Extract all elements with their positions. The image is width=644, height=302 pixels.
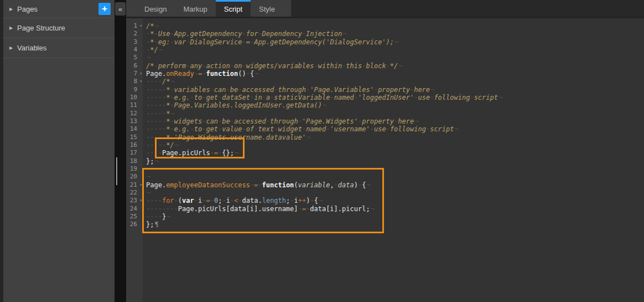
left-panel: ▶ Pages + ▶ Page Structure ▶ Variables <box>0 0 115 302</box>
code-line[interactable]: ·····*/¬ <box>146 141 644 149</box>
code-line[interactable]: ¬ <box>146 173 644 181</box>
line-number[interactable]: 15 <box>126 134 143 141</box>
line-number[interactable]: 5 <box>126 54 143 62</box>
sidebar-item-page-structure[interactable]: ▶ Page Structure <box>3 18 115 38</box>
tab-markup[interactable]: Markup <box>175 0 215 17</box>
eof-marker: ¶ <box>154 221 158 228</box>
tab-script[interactable]: Script <box>216 0 251 17</box>
code-line[interactable]: ····for·(var·i·=·0;·i·<·data.length;·i++… <box>146 197 644 204</box>
sidebar-item-label: Page Structure <box>13 24 65 32</box>
eol-marker: ¬ <box>318 197 323 204</box>
expand-arrow-icon[interactable]: ▶ <box>3 25 13 30</box>
code-line[interactable]: ¬ <box>146 189 644 197</box>
eol-marker: ¬ <box>414 117 418 125</box>
code-line[interactable]: ¬ <box>146 165 644 173</box>
code-line[interactable]: ····/*¬ <box>146 78 644 85</box>
eol-marker: ¬ <box>306 134 310 141</box>
code-line[interactable]: ·····*¬ <box>146 110 644 117</box>
code-line[interactable]: ·····*·'Page.Widgets.username.datavalue'… <box>146 134 644 141</box>
eol-marker: ¬ <box>366 181 370 189</box>
editor-tabs: Design Markup Script Style <box>126 0 291 17</box>
line-number[interactable]: 8▾ <box>126 78 143 85</box>
line-number[interactable]: 18 <box>126 157 143 165</box>
tab-design[interactable]: Design <box>136 0 175 17</box>
eol-marker: ¬ <box>430 86 434 94</box>
editor-gutter: 1▾234567▾8▾9101112131415161718192021▾222… <box>126 18 143 302</box>
line-number[interactable]: 6 <box>126 62 143 70</box>
fold-arrow-icon[interactable]: ▾ <box>137 78 142 85</box>
code-line[interactable]: ·*·eg:·var·DialogService·=·App.getDepend… <box>146 38 644 46</box>
scrollbar-thumb[interactable] <box>116 157 117 185</box>
code-line[interactable]: ········Page.picUrls[data[i].username]·=… <box>146 205 644 213</box>
eol-marker: ¬ <box>158 46 163 54</box>
code-line[interactable]: Page.onReady·=·function()·{¬ <box>146 70 644 78</box>
code-line[interactable]: ·····*·e.g.·to·get·dataSet·in·a·staticVa… <box>146 94 644 101</box>
line-number[interactable]: 25 <box>126 213 143 221</box>
expand-arrow-icon[interactable]: ▶ <box>3 45 13 50</box>
line-number[interactable]: 4 <box>126 46 143 54</box>
line-number[interactable]: 20 <box>126 173 143 181</box>
line-number[interactable]: 22 <box>126 189 143 197</box>
collapse-panel-button[interactable]: « <box>115 2 126 16</box>
fold-arrow-icon[interactable]: ▾ <box>137 22 142 30</box>
add-page-button[interactable]: + <box>98 3 111 15</box>
line-number[interactable]: 11 <box>126 101 143 109</box>
eol-marker: ¬ <box>174 141 179 149</box>
code-content[interactable]: /*¬·*·Use·App.getDependency·for·Dependen… <box>143 18 644 302</box>
eol-marker: ¬ <box>398 62 402 70</box>
fold-arrow-icon[interactable]: ▾ <box>137 181 142 189</box>
code-line[interactable]: };¬ <box>146 157 644 165</box>
eol-marker: ¬ <box>342 30 346 38</box>
fold-arrow-icon[interactable]: ▾ <box>137 197 142 204</box>
code-line[interactable]: ·*/¬ <box>146 46 644 54</box>
code-line[interactable]: };¶ <box>146 221 644 228</box>
code-line[interactable]: ·*·Use·App.getDependency·for·Dependency·… <box>146 30 644 38</box>
line-number[interactable]: 23▾ <box>126 197 143 204</box>
eol-marker: ¬ <box>370 205 375 213</box>
code-line[interactable]: ····Page.picUrls·=·{};¬ <box>146 149 644 157</box>
eol-marker: ¬ <box>454 125 459 133</box>
eol-marker: ¬ <box>254 70 258 78</box>
line-number[interactable]: 21▾ <box>126 181 143 189</box>
code-line[interactable]: /*·perform·any·action·on·widgets/variabl… <box>146 62 644 70</box>
line-number[interactable]: 10 <box>126 94 143 101</box>
line-number[interactable]: 7▾ <box>126 70 143 78</box>
tab-style[interactable]: Style <box>251 0 283 17</box>
eol-marker: ¬ <box>394 38 398 46</box>
line-number[interactable]: 12 <box>126 110 143 117</box>
eol-marker: ¬ <box>146 189 150 197</box>
line-number[interactable]: 17 <box>126 149 143 157</box>
sidebar-item-variables[interactable]: ▶ Variables <box>3 38 115 58</box>
code-line[interactable]: ····}¬ <box>146 213 644 221</box>
line-number[interactable]: 19 <box>126 165 143 173</box>
expand-arrow-icon[interactable]: ▶ <box>3 7 13 12</box>
code-line[interactable]: ·····*·variables·can·be·accessed·through… <box>146 86 644 94</box>
eol-marker: ¬ <box>498 94 502 101</box>
line-number[interactable]: 24 <box>126 205 143 213</box>
code-line[interactable]: ¬ <box>146 54 644 62</box>
line-number[interactable]: 9 <box>126 86 143 94</box>
editor-tabbar: Design Markup Script Style <box>126 0 644 18</box>
code-line[interactable]: Page.employeeDataonSuccess·=·function(va… <box>146 181 644 189</box>
sidebar-item-pages[interactable]: ▶ Pages + <box>3 0 115 18</box>
code-line[interactable]: /*¬ <box>146 22 644 30</box>
app-window: ▶ Pages + ▶ Page Structure ▶ Variables «… <box>0 0 644 302</box>
line-number[interactable]: 3 <box>126 38 143 46</box>
line-number[interactable]: 2 <box>126 30 143 38</box>
line-number[interactable]: 13 <box>126 117 143 125</box>
eol-marker: ¬ <box>154 22 158 30</box>
sidebar-item-label: Variables <box>13 44 46 52</box>
line-number[interactable]: 26 <box>126 221 143 228</box>
code-line[interactable]: ·····*·e.g.·to·get·value·of·text·widget·… <box>146 125 644 133</box>
line-number[interactable]: 1▾ <box>126 22 143 30</box>
eol-marker: ¬ <box>170 110 174 117</box>
fold-arrow-icon[interactable]: ▾ <box>137 70 142 78</box>
line-number[interactable]: 14 <box>126 125 143 133</box>
sidebar-item-label: Pages <box>13 5 38 13</box>
line-number[interactable]: 16 <box>126 141 143 149</box>
eol-marker: ¬ <box>146 54 150 62</box>
code-line[interactable]: ·····*·Page.Variables.loggedInUser.getDa… <box>146 101 644 109</box>
code-line[interactable]: ·····*·widgets·can·be·accessed·through·'… <box>146 117 644 125</box>
eol-marker: ¬ <box>234 149 238 157</box>
eol-marker: ¬ <box>146 165 150 173</box>
